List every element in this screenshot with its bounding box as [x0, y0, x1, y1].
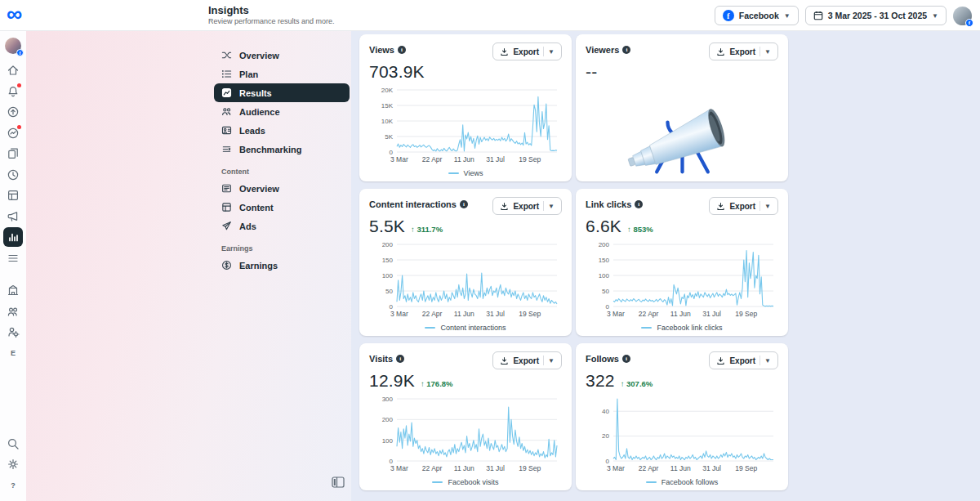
download-icon	[500, 47, 509, 56]
nav-item-content[interactable]: Content	[214, 198, 350, 217]
planner-icon[interactable]	[3, 165, 23, 185]
export-button[interactable]: Export ▼	[709, 42, 778, 60]
svg-text:200: 200	[382, 416, 394, 423]
change-badge: ↑ 311.7%	[411, 225, 443, 234]
legend-swatch	[448, 172, 459, 175]
search-icon[interactable]	[3, 434, 23, 454]
svg-text:19 Sep: 19 Sep	[735, 464, 757, 472]
nav-item-ads[interactable]: Ads	[214, 217, 350, 235]
nav-item-results[interactable]: Results	[214, 83, 350, 102]
info-icon[interactable]: i	[396, 355, 404, 363]
date-range-selector[interactable]: 3 Mar 2025 - 31 Oct 2025 ▼	[805, 6, 947, 25]
inbox-icon[interactable]	[3, 123, 23, 143]
facebook-badge-icon: f	[965, 19, 973, 27]
insights-icon[interactable]	[3, 227, 23, 247]
legend-swatch	[646, 481, 657, 484]
svg-text:22 Apr: 22 Apr	[422, 464, 443, 472]
date-range-label: 3 Mar 2025 - 31 Oct 2025	[828, 11, 927, 20]
export-button[interactable]: Export ▼	[709, 351, 778, 369]
info-icon[interactable]: i	[398, 46, 406, 54]
legend-label: Views	[464, 169, 483, 177]
shuffle-icon	[221, 50, 232, 60]
download-icon	[500, 356, 509, 365]
audience-group-icon[interactable]	[3, 302, 23, 321]
profile-avatar[interactable]: f	[5, 38, 21, 54]
nav-section-earnings: Earnings	[221, 244, 350, 253]
export-button[interactable]: Export ▼	[709, 197, 778, 215]
ads-manager-icon[interactable]	[3, 186, 23, 205]
svg-text:10K: 10K	[381, 118, 394, 125]
business-portfolio-icon[interactable]	[3, 280, 23, 300]
info-icon[interactable]: i	[622, 46, 630, 54]
card-title: Content interactions	[369, 199, 457, 209]
user-avatar[interactable]: f	[953, 7, 972, 25]
svg-text:19 Sep: 19 Sep	[519, 155, 541, 163]
chevron-down-icon: ▼	[548, 48, 555, 56]
svg-text:22 Apr: 22 Apr	[639, 310, 659, 318]
collapse-sidebar-button[interactable]	[332, 476, 345, 488]
export-button[interactable]: Export ▼	[492, 42, 562, 60]
svg-text:150: 150	[382, 257, 394, 264]
nav-item-plan[interactable]: Plan	[214, 65, 350, 83]
svg-text:3 Mar: 3 Mar	[390, 155, 408, 163]
shortcut-e[interactable]: E	[3, 343, 23, 363]
card-title: Visits	[369, 354, 393, 364]
svg-text:22 Apr: 22 Apr	[639, 464, 659, 472]
info-icon[interactable]: i	[460, 200, 468, 208]
svg-text:3 Mar: 3 Mar	[607, 310, 625, 318]
follows-card: Followsi Export ▼ 322↑ 307.6% 020403 Mar…	[576, 343, 788, 490]
nav-item-audience[interactable]: Audience	[214, 102, 350, 121]
svg-text:50: 50	[385, 288, 393, 295]
all-tools-icon[interactable]	[3, 248, 23, 268]
info-icon[interactable]: i	[635, 200, 643, 208]
posts-icon[interactable]	[3, 144, 23, 163]
help-icon[interactable]: ?	[3, 476, 23, 495]
settings-gear-icon[interactable]	[3, 454, 23, 474]
article-icon	[221, 183, 232, 194]
svg-text:20K: 20K	[381, 87, 394, 94]
legend-swatch	[432, 481, 443, 484]
boost-icon[interactable]	[3, 102, 23, 122]
svg-text:300: 300	[382, 396, 394, 403]
svg-text:100: 100	[382, 272, 394, 280]
svg-text:5K: 5K	[385, 133, 393, 141]
svg-text:31 Jul: 31 Jul	[486, 464, 505, 472]
svg-text:11 Jun: 11 Jun	[454, 464, 474, 472]
visits-chart: 01002003003 Mar22 Apr11 Jun31 Jul19 Sep	[369, 394, 562, 474]
nav-item-benchmarking[interactable]: Benchmarking	[214, 140, 350, 159]
svg-text:200: 200	[599, 241, 610, 248]
meta-logo[interactable]: ∞	[7, 0, 22, 29]
user-settings-icon[interactable]	[3, 322, 23, 342]
download-icon	[716, 47, 725, 56]
icon-rail: f E ?	[0, 31, 26, 501]
platform-selector[interactable]: f Facebook ▼	[715, 6, 799, 25]
info-icon[interactable]: i	[622, 355, 630, 363]
export-button[interactable]: Export ▼	[492, 197, 562, 215]
nav-item-earnings[interactable]: Earnings	[214, 256, 350, 275]
svg-text:3 Mar: 3 Mar	[390, 464, 408, 472]
platform-label: Facebook	[739, 11, 779, 20]
results-chart-icon	[221, 87, 232, 98]
home-icon[interactable]	[3, 60, 23, 80]
chevron-down-icon: ▼	[764, 357, 771, 365]
svg-text:11 Jun: 11 Jun	[670, 464, 691, 472]
leads-card-icon	[221, 125, 232, 136]
ads-icon[interactable]	[3, 207, 23, 226]
change-badge: ↑ 307.6%	[621, 379, 653, 388]
legend-label: Facebook follows	[662, 478, 719, 486]
legend-label: Content interactions	[440, 324, 506, 332]
svg-text:3 Mar: 3 Mar	[390, 310, 408, 318]
metric-value: 322	[586, 371, 615, 391]
list-icon	[221, 69, 232, 79]
nav-item-leads[interactable]: Leads	[214, 121, 350, 140]
nav-item-content-overview[interactable]: Overview	[214, 179, 350, 198]
chevron-down-icon: ▼	[932, 12, 938, 20]
telescope-illustration	[615, 85, 750, 177]
svg-text:15K: 15K	[381, 102, 394, 110]
export-button[interactable]: Export ▼	[492, 351, 562, 369]
notifications-icon[interactable]	[3, 82, 23, 101]
nav-item-overview[interactable]: Overview	[214, 46, 350, 65]
benchmark-lines-icon	[221, 144, 232, 154]
svg-text:11 Jun: 11 Jun	[454, 310, 474, 318]
svg-text:31 Jul: 31 Jul	[486, 155, 505, 163]
